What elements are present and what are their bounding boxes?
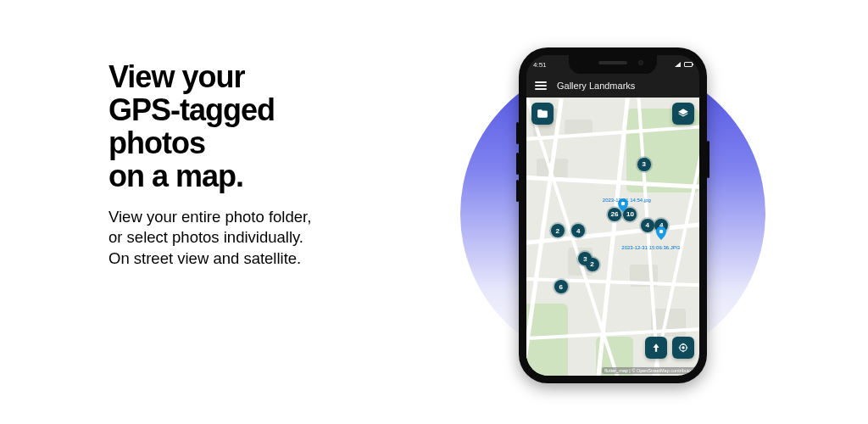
signal-icon xyxy=(675,62,681,67)
layers-icon xyxy=(677,108,689,120)
map-view[interactable]: 3 26 10 4 2 4 3 2 6 4 2023-12-31 14:54.j… xyxy=(526,98,699,376)
phone-notch xyxy=(569,55,657,74)
photo-cluster[interactable]: 2 xyxy=(586,258,599,271)
subheadline-line: or select photos individually. xyxy=(108,228,303,246)
svg-point-1 xyxy=(659,230,664,234)
photo-pin-label: 2023-12-31 14:54.jpg xyxy=(603,198,651,203)
crosshair-icon xyxy=(677,342,689,354)
photo-pin[interactable] xyxy=(656,226,666,237)
north-button[interactable] xyxy=(645,337,667,359)
open-folder-button[interactable] xyxy=(531,103,554,125)
photo-cluster[interactable]: 2 xyxy=(551,224,565,237)
map-attribution: flutter_map | © OpenStreetMap contributo… xyxy=(602,367,698,374)
menu-icon[interactable] xyxy=(535,81,547,90)
app-bar: Gallery Landmarks xyxy=(526,74,699,98)
app-title: Gallery Landmarks xyxy=(557,81,635,91)
battery-icon xyxy=(684,62,693,67)
my-location-button[interactable] xyxy=(672,337,694,359)
photo-pin-label: 2023-12-31 15:06:36.JPG xyxy=(621,245,680,250)
headline-line: on a map. xyxy=(108,159,243,193)
headline-line: View your xyxy=(108,59,244,94)
subheadline-line: View your entire photo folder, xyxy=(108,208,311,226)
subheadline: View your entire photo folder, or select… xyxy=(108,207,414,271)
arrow-up-icon xyxy=(650,342,662,354)
headline: View your GPS-tagged photos on a map. xyxy=(108,61,414,193)
headline-line: photos xyxy=(108,126,205,160)
svg-point-2 xyxy=(682,346,685,349)
map-layers-button[interactable] xyxy=(672,103,694,125)
photo-cluster[interactable]: 6 xyxy=(554,280,568,293)
subheadline-line: On street view and satellite. xyxy=(108,249,301,267)
folder-icon xyxy=(537,108,548,120)
photo-cluster[interactable]: 3 xyxy=(637,158,651,171)
headline-line: GPS-tagged xyxy=(108,92,275,127)
photo-cluster[interactable]: 4 xyxy=(641,219,654,232)
photo-cluster[interactable]: 4 xyxy=(571,224,585,237)
phone-mockup: 4:51 Gallery Landmarks xyxy=(519,47,707,383)
status-time: 4:51 xyxy=(533,61,547,69)
